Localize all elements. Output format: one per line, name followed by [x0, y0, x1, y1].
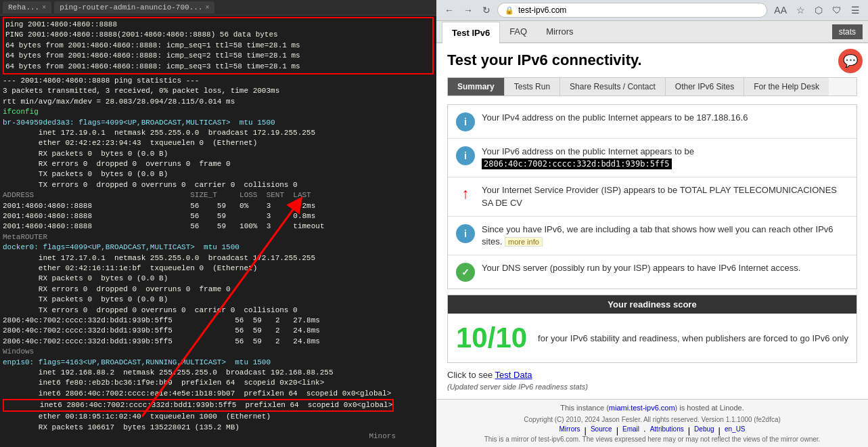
highlighted-inet6-line: inet6 2806:40c:7002:cccc:332d:bdd1:939b:… [3, 399, 394, 412]
info-row-ipv6-tab: i Since you have IPv6, we are including … [448, 217, 856, 255]
loss-header: LOSS SENT LAST [239, 190, 324, 200]
addr-row-6: 2806:40c:7002:cccc:332d:bdd1:939b:5ff5 5… [3, 337, 262, 347]
nav-back-button[interactable]: ← [442, 3, 457, 17]
loss-row-2: 3 0.8ms [239, 211, 324, 221]
nav-tab-testipv6[interactable]: Test IPv6 [442, 22, 500, 43]
tab-close-2[interactable]: × [205, 4, 209, 12]
test-data-section: Click to see Test Data [447, 363, 857, 383]
info-text-ipv6: Your IPv6 address on the public Internet… [482, 146, 848, 170]
miami-link[interactable]: miami.test-ipv6.com [609, 404, 675, 412]
footer-link-email[interactable]: Email [622, 425, 639, 435]
info-icon-ipv4: i [456, 112, 475, 131]
minors-label: Minors [369, 431, 396, 442]
address-bar[interactable]: 🔒 test-ipv6.com [497, 3, 767, 18]
readiness-header: Your readiness score [448, 295, 856, 314]
red-arrow-icon: ↑ [462, 185, 470, 203]
translate-icon[interactable]: AA [771, 3, 790, 17]
footer-link-mirrors[interactable]: Mirrors [559, 425, 580, 435]
updated-text: (Updated server side IPv6 readiness stat… [447, 383, 857, 391]
footer-link-attributions[interactable]: Attributions [650, 425, 684, 435]
ping-line-1: PING 2001:4860:4860::8888(2001:4860:4860… [5, 30, 431, 40]
adblock-icon[interactable]: 🛡 [829, 3, 844, 17]
nav-tab-mirrors[interactable]: Mirrors [536, 21, 583, 42]
footer-link-source[interactable]: Source [591, 425, 612, 435]
docker-tx-err: TX errors 0 dropped 0 overruns 0 carrier… [3, 305, 434, 316]
score-description: for your IPv6 stability and readiness, w… [538, 333, 848, 343]
extensions-icon[interactable]: ⬡ [812, 3, 825, 17]
footer-mirror-note: This is a mirror of test-ipv6.com. The v… [447, 435, 857, 443]
ifconfig-cmd: ifconfig [3, 107, 434, 117]
info-icon-tab: i [456, 224, 475, 243]
browser-footer: This instance (miami.test-ipv6.com) is h… [436, 399, 868, 447]
footer-link-debug[interactable]: Debug [694, 425, 714, 435]
ping-output-box: ping 2001:4860:4860::8888 PING 2001:4860… [3, 17, 434, 74]
nav-reload-button[interactable]: ↻ [480, 3, 493, 17]
info-icon-ipv6: i [456, 146, 475, 165]
nav-forward-button[interactable]: → [461, 3, 476, 17]
footer-hosted: This instance (miami.test-ipv6.com) is h… [447, 404, 857, 412]
loss-row-4: 2 27.8ms [275, 316, 320, 326]
terminal-tab-2[interactable]: ping-router-admin-anuncio-700... × [54, 1, 214, 14]
ping-line-0: ping 2001:4860:4860::8888 [5, 20, 431, 30]
tab-close-1[interactable]: × [42, 4, 46, 12]
enp-inet6-global2: inet6 2806:40c:7002:cccc:332d:bdd1:939b:… [4, 400, 392, 410]
chat-icon[interactable]: 💬 [838, 49, 863, 73]
tab-share-results[interactable]: Share Results / Contact [560, 78, 666, 95]
copyright-text: Copyright (C) 2010, 2024 Jason Fesler. A… [524, 416, 781, 423]
stats-header: --- 2001:4860:4860::8888 ping statistics… [3, 76, 434, 86]
content-tab-bar: Summary Tests Run Share Results / Contac… [447, 77, 857, 96]
test-data-link[interactable]: Test Data [495, 370, 532, 380]
enp-inet: inet 192.168.88.2 netmask 255.255.255.0 … [3, 368, 434, 378]
tab-label-2: ping-router-admin-anuncio-700... [60, 3, 202, 12]
info-icon-dns: ✓ [456, 263, 475, 282]
info-text-ipv4: Your IPv4 address on the public Internet… [482, 112, 848, 124]
tab-summary[interactable]: Summary [448, 78, 505, 95]
ipv6-label: Your IPv6 address on the public Internet… [482, 146, 694, 156]
bookmark-icon[interactable]: ☆ [794, 3, 808, 17]
readiness-body: 10/10 for your IPv6 stability and readin… [448, 314, 856, 362]
terminal-content: ping 2001:4860:4860::8888 PING 2001:4860… [0, 16, 436, 434]
readiness-section: Your readiness score 10/10 for your IPv6… [447, 295, 857, 363]
docker-iface: docker0: flags=4099<UP,BROADCAST,MULTICA… [3, 242, 434, 253]
info-row-dns: ✓ Your DNS server (possibly run by your … [448, 255, 856, 289]
score-number: 10/10 [456, 322, 527, 354]
stats-results: 3 packets transmitted, 3 received, 0% pa… [3, 86, 434, 96]
terminal-table-section: ADDRESS SIZE_T 2001:4860:4860::8888 56 5… [3, 190, 434, 232]
docker-rx: RX packets 0 bytes 0 (0.0 B) [3, 274, 434, 284]
loss-row-1: 0% 3 0.2ms [239, 201, 324, 211]
loss-row-5: 2 24.8ms [275, 326, 320, 336]
tab-tests-run[interactable]: Tests Run [505, 78, 560, 95]
ping-line-3: 64 bytes from 2001:4860:4860::8888: icmp… [5, 51, 431, 61]
tab-other-ipv6[interactable]: Other IPv6 Sites [666, 78, 744, 95]
footer-links: Mirrors | Source | Email · Attributions … [447, 425, 857, 435]
iface-line-3: RX packets 0 bytes 0 (0.0 B) [3, 149, 434, 159]
info-row-ipv6: i Your IPv6 address on the public Intern… [448, 139, 856, 177]
iface-line-2: ether 02:42:e2:23:94:43 txqueuelen 0 (Et… [3, 138, 434, 148]
rtt-line: rtt min/avg/max/mdev = 28.083/28.094/28.… [3, 97, 434, 107]
docker-inet: inet 172.17.0.1 netmask 255.255.0.0 broa… [3, 253, 434, 263]
enp-inet6-fe80: inet6 fe80::eb2b:bc36:1f9e:bb9 prefixlen… [3, 378, 434, 388]
loss-row-3: 100% 3 timeout [239, 221, 324, 232]
nav-tab-faq[interactable]: FAQ [500, 21, 536, 42]
info-row-isp: ↑ Your Internet Service Provider (ISP) a… [448, 177, 856, 216]
ipv4-text: Your IPv4 address on the public Internet… [482, 112, 748, 123]
iface-line-1: inet 172.19.0.1 netmask 255.255.0.0 broa… [3, 128, 434, 138]
terminal-tab-1[interactable]: Reha... × [3, 1, 51, 14]
loss-row-6: 2 24.8ms [275, 337, 320, 347]
arrow-icon: ↑ [456, 184, 475, 203]
browser-chrome: ← → ↻ 🔒 test-ipv6.com AA ☆ ⬡ 🛡 ☰ [436, 0, 868, 21]
table-row-1: 2001:4860:4860::8888 56 59 [3, 201, 226, 211]
docker-rx-err: RX errors 0 dropped 0 overruns 0 frame 0 [3, 284, 434, 295]
tab-help-desk[interactable]: For the Help Desk [744, 78, 829, 95]
info-text-tab: Since you have IPv6, we are including a … [482, 224, 848, 248]
iface-line-0: br-304959ded3a3: flags=4099<UP,BROADCAST… [3, 118, 434, 128]
stats-button[interactable]: stats [832, 24, 863, 39]
terminal-panel: Reha... × ping-router-admin-anuncio-700.… [0, 0, 436, 447]
site-nav: Test IPv6 FAQ Mirrors stats [436, 21, 868, 43]
more-info-link[interactable]: more info [505, 237, 543, 247]
table-addr-header: ADDRESS SIZE_T [3, 190, 226, 200]
lock-icon: 🔒 [505, 6, 514, 15]
dns-text: Your DNS server (possibly run by your IS… [482, 263, 800, 273]
menu-icon[interactable]: ☰ [848, 3, 863, 17]
footer-link-lang[interactable]: en_US [725, 425, 746, 435]
